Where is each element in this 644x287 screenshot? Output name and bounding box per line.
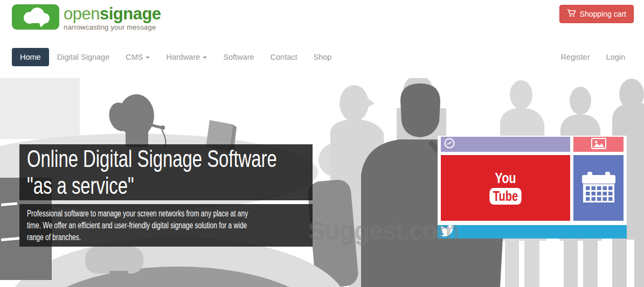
nav-auth-list: Register Login [553,48,633,66]
logo[interactable]: opensignage narrowcasting your message [12,4,161,31]
mockup-youtube-tile: You Tube [441,155,570,221]
logo-word-signage: signage [100,4,161,23]
cart-label: Shopping cart [580,10,626,18]
logo-wordmark: opensignage narrowcasting your message [64,4,161,31]
chevron-down-icon [203,57,207,59]
mockup-twitter-bar [438,225,627,239]
nav-list: Home Digital Signage CMS Hardware Softwa… [12,48,340,66]
calendar-icon [582,172,615,205]
nav-item-login[interactable]: Login [598,48,633,66]
mockup-calendar-tile [573,155,624,221]
page: opensignage narrowcasting your message S… [0,0,644,287]
nav-item-home[interactable]: Home [12,48,49,66]
image-icon [591,138,606,151]
shopping-cart-button[interactable]: Shopping cart [559,5,634,23]
screen-mockup: You Tube [438,136,627,239]
hero-title: Online Digital Signage Software "as a se… [19,144,313,200]
logo-tagline: narrowcasting your message [64,23,161,31]
hero-description-line: time. We offer an efficient and user-fri… [27,220,304,232]
logo-word-open: open [64,4,100,23]
nav-item-register[interactable]: Register [553,48,598,66]
chevron-down-icon [146,57,150,59]
nav-item-shop[interactable]: Shop [306,48,340,66]
nav-item-cms-label: CMS [126,53,143,61]
youtube-logo-you: You [495,171,516,186]
nav-item-software[interactable]: Software [215,48,262,66]
nav-item-cms[interactable]: CMS [117,48,158,66]
logo-cloud-icon [12,4,59,30]
nav-item-hardware[interactable]: Hardware [158,48,215,66]
shopping-cart-icon [567,9,576,19]
hero-title-line1: Online Digital Signage Software [27,145,305,172]
nav-item-digital-signage[interactable]: Digital Signage [49,48,118,66]
watermark: Suggest.com [308,216,459,246]
mockup-image-tile [573,137,624,152]
youtube-logo: You Tube [489,171,521,205]
hero-description: Professional software to manage your scr… [19,204,313,247]
hero: Online Digital Signage Software "as a se… [0,78,644,287]
hero-description-line: Professional software to manage your scr… [27,208,304,220]
clock-icon [444,138,455,151]
nav-item-contact[interactable]: Contact [262,48,306,66]
hero-title-line2: "as a service" [27,172,305,199]
main-nav: Home Digital Signage CMS Hardware Softwa… [12,48,633,66]
nav-item-hardware-label: Hardware [166,53,200,61]
youtube-logo-tube: Tube [489,188,521,205]
mockup-ticker-bar [441,137,570,152]
hero-description-line: range of branches. [27,232,304,243]
